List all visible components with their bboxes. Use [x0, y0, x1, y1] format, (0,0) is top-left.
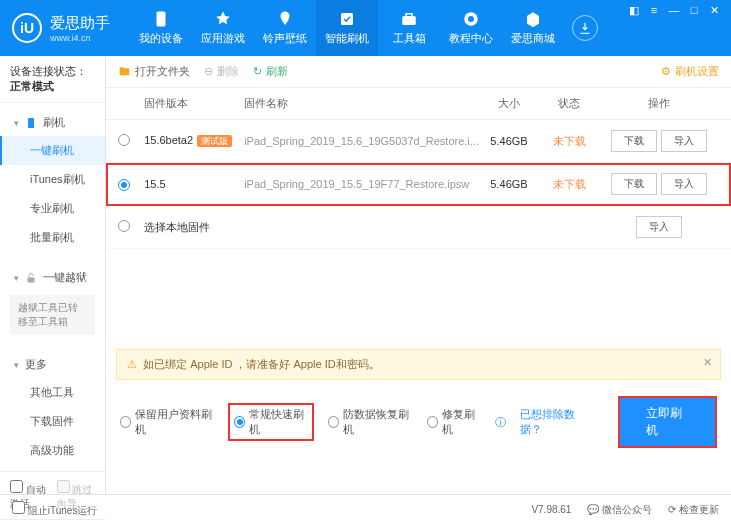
svg-rect-0	[157, 12, 166, 27]
sidebar-item-more-2[interactable]: 高级功能	[0, 436, 105, 465]
refresh-icon: ↻	[253, 65, 262, 78]
option-keep-data[interactable]: 保留用户资料刷机	[120, 407, 214, 437]
header-status: 状态	[539, 96, 599, 111]
nav-tab-2[interactable]: 铃声壁纸	[254, 0, 316, 56]
radio-firmware[interactable]	[118, 134, 130, 146]
nav-icon	[462, 10, 480, 28]
nav-tab-0[interactable]: 我的设备	[130, 0, 192, 56]
warning-icon: ⚠	[127, 358, 137, 371]
device-tab[interactable]: iPad Air 3 64GB iPad	[0, 519, 105, 526]
app-url: www.i4.cn	[50, 33, 110, 43]
nav-icon	[400, 10, 418, 28]
connection-status: 设备连接状态：正常模式	[0, 56, 105, 103]
svg-point-4	[468, 16, 474, 22]
svg-rect-1	[341, 13, 353, 25]
chevron-down-icon: ▾	[14, 273, 19, 283]
maximize-button[interactable]: □	[687, 4, 701, 16]
option-anti-recovery[interactable]: 防数据恢复刷机	[328, 407, 412, 437]
nav-icon	[214, 10, 232, 28]
minimize-button[interactable]: —	[667, 4, 681, 16]
nav-tab-6[interactable]: 爱思商城	[502, 0, 564, 56]
gear-icon: ⚙	[661, 65, 671, 78]
close-warning-button[interactable]: ✕	[703, 356, 712, 369]
sidebar-item-flash-1[interactable]: iTunes刷机	[0, 165, 105, 194]
sidebar-item-more-0[interactable]: 其他工具	[0, 378, 105, 407]
app-logo: iU	[12, 13, 42, 43]
svg-rect-6	[28, 277, 35, 282]
app-name: 爱思助手	[50, 14, 110, 33]
svg-rect-2	[402, 16, 416, 25]
info-icon[interactable]: ⓘ	[495, 415, 506, 430]
delete-button: ⊖ 删除	[204, 64, 239, 79]
unlock-icon	[25, 272, 37, 284]
flash-settings-button[interactable]: ⚙ 刷机设置	[661, 64, 719, 79]
open-folder-button[interactable]: 打开文件夹	[118, 64, 190, 79]
row-op-button[interactable]: 下载	[611, 130, 657, 152]
import-local-button[interactable]: 导入	[636, 216, 682, 238]
nav-tab-5[interactable]: 教程中心	[440, 0, 502, 56]
firmware-row[interactable]: 15.6beta2测试版iPad_Spring_2019_15.6_19G503…	[106, 120, 731, 163]
nav-icon	[524, 10, 542, 28]
sidebar-item-flash-3[interactable]: 批量刷机	[0, 223, 105, 252]
row-op-button[interactable]: 导入	[661, 130, 707, 152]
header-name: 固件名称	[244, 96, 479, 111]
svg-rect-5	[28, 118, 34, 128]
folder-icon	[118, 65, 131, 78]
refresh-button[interactable]: ↻ 刷新	[253, 64, 288, 79]
version-label: V7.98.61	[531, 504, 571, 515]
radio-local[interactable]	[118, 220, 130, 232]
chevron-down-icon: ▾	[14, 118, 19, 128]
update-icon: ⟳	[668, 504, 676, 515]
block-itunes-checkbox[interactable]: 阻止iTunes运行	[12, 501, 97, 518]
delete-icon: ⊖	[204, 65, 213, 78]
sidebar-item-more-1[interactable]: 下载固件	[0, 407, 105, 436]
close-button[interactable]: ✕	[707, 4, 721, 17]
nav-icon	[338, 10, 356, 28]
row-op-button[interactable]: 下载	[611, 173, 657, 195]
check-update-link[interactable]: ⟳ 检查更新	[668, 503, 719, 517]
nav-tab-1[interactable]: 应用游戏	[192, 0, 254, 56]
header-ops: 操作	[599, 96, 719, 111]
chevron-down-icon: ▾	[14, 360, 19, 370]
download-manager-button[interactable]	[572, 15, 598, 41]
option-repair[interactable]: 修复刷机	[427, 407, 481, 437]
sidebar-group-jailbreak[interactable]: ▾ 一键越狱	[0, 264, 105, 291]
sidebar-item-flash-2[interactable]: 专业刷机	[0, 194, 105, 223]
beta-badge: 测试版	[197, 135, 232, 147]
nav-icon	[276, 10, 294, 28]
nav-tab-4[interactable]: 工具箱	[378, 0, 440, 56]
sidebar-group-flash[interactable]: ▾ 刷机	[0, 109, 105, 136]
start-flash-button[interactable]: 立即刷机	[618, 396, 717, 448]
local-firmware-row[interactable]: 选择本地固件 导入	[106, 206, 731, 249]
row-op-button[interactable]: 导入	[661, 173, 707, 195]
header-version: 固件版本	[144, 96, 244, 111]
radio-firmware[interactable]	[118, 179, 130, 191]
wechat-link[interactable]: 💬 微信公众号	[587, 503, 652, 517]
warning-bar: ⚠ 如已绑定 Apple ID ，请准备好 Apple ID和密码。 ✕	[116, 349, 721, 380]
nav-icon	[152, 10, 170, 28]
sidebar-group-more[interactable]: ▾ 更多	[0, 351, 105, 378]
phone-icon	[25, 117, 37, 129]
exclude-data-link[interactable]: 已想排除数据？	[520, 407, 590, 437]
theme-button[interactable]: ◧	[627, 4, 641, 17]
sidebar-item-flash-0[interactable]: 一键刷机	[0, 136, 105, 165]
jailbreak-note: 越狱工具已转移至工具箱	[10, 295, 95, 335]
menu-button[interactable]: ≡	[647, 4, 661, 16]
header-size: 大小	[479, 96, 539, 111]
wechat-icon: 💬	[587, 504, 599, 515]
firmware-row[interactable]: 15.5iPad_Spring_2019_15.5_19F77_Restore.…	[106, 163, 731, 206]
option-normal-fast[interactable]: 常规快速刷机	[228, 403, 314, 441]
nav-tab-3[interactable]: 智能刷机	[316, 0, 378, 56]
